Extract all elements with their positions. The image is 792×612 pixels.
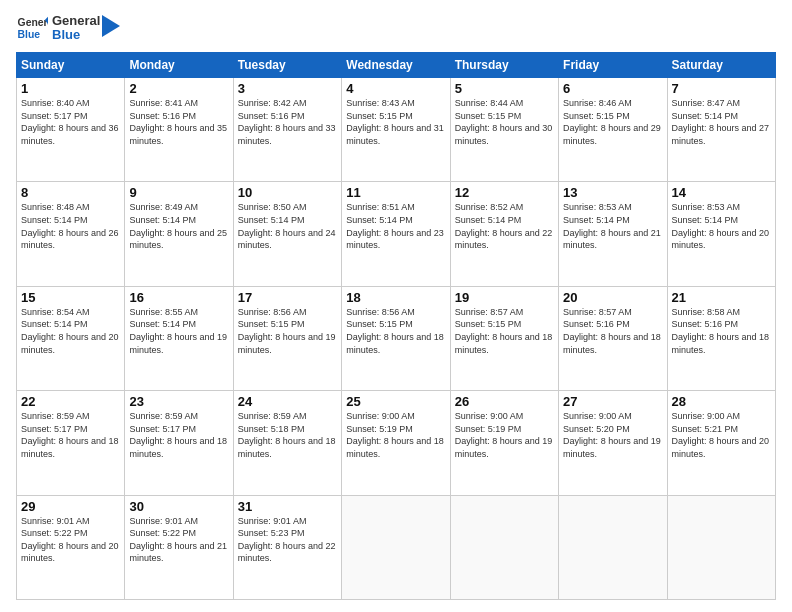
calendar-week-1: 1Sunrise: 8:40 AMSunset: 5:17 PMDaylight… xyxy=(17,78,776,182)
day-number: 16 xyxy=(129,290,228,305)
calendar-cell xyxy=(450,495,558,599)
day-info: Sunrise: 9:01 AMSunset: 5:22 PMDaylight:… xyxy=(21,515,120,565)
day-info: Sunrise: 8:59 AMSunset: 5:17 PMDaylight:… xyxy=(21,410,120,460)
svg-text:Blue: Blue xyxy=(18,29,41,40)
calendar-cell: 11Sunrise: 8:51 AMSunset: 5:14 PMDayligh… xyxy=(342,182,450,286)
day-number: 25 xyxy=(346,394,445,409)
day-number: 17 xyxy=(238,290,337,305)
calendar-cell: 21Sunrise: 8:58 AMSunset: 5:16 PMDayligh… xyxy=(667,286,775,390)
calendar-cell: 13Sunrise: 8:53 AMSunset: 5:14 PMDayligh… xyxy=(559,182,667,286)
day-number: 22 xyxy=(21,394,120,409)
calendar-cell: 1Sunrise: 8:40 AMSunset: 5:17 PMDaylight… xyxy=(17,78,125,182)
calendar-header-wednesday: Wednesday xyxy=(342,53,450,78)
day-info: Sunrise: 9:00 AMSunset: 5:21 PMDaylight:… xyxy=(672,410,771,460)
day-number: 24 xyxy=(238,394,337,409)
calendar-cell: 31Sunrise: 9:01 AMSunset: 5:23 PMDayligh… xyxy=(233,495,341,599)
calendar-cell: 18Sunrise: 8:56 AMSunset: 5:15 PMDayligh… xyxy=(342,286,450,390)
calendar-week-3: 15Sunrise: 8:54 AMSunset: 5:14 PMDayligh… xyxy=(17,286,776,390)
calendar-cell: 23Sunrise: 8:59 AMSunset: 5:17 PMDayligh… xyxy=(125,391,233,495)
calendar-cell xyxy=(342,495,450,599)
day-number: 13 xyxy=(563,185,662,200)
day-number: 19 xyxy=(455,290,554,305)
svg-marker-3 xyxy=(102,15,120,37)
day-info: Sunrise: 8:57 AMSunset: 5:16 PMDaylight:… xyxy=(563,306,662,356)
calendar-cell: 9Sunrise: 8:49 AMSunset: 5:14 PMDaylight… xyxy=(125,182,233,286)
calendar-cell: 16Sunrise: 8:55 AMSunset: 5:14 PMDayligh… xyxy=(125,286,233,390)
day-info: Sunrise: 8:40 AMSunset: 5:17 PMDaylight:… xyxy=(21,97,120,147)
day-info: Sunrise: 8:46 AMSunset: 5:15 PMDaylight:… xyxy=(563,97,662,147)
day-number: 11 xyxy=(346,185,445,200)
day-info: Sunrise: 8:56 AMSunset: 5:15 PMDaylight:… xyxy=(238,306,337,356)
calendar-cell: 25Sunrise: 9:00 AMSunset: 5:19 PMDayligh… xyxy=(342,391,450,495)
day-info: Sunrise: 8:43 AMSunset: 5:15 PMDaylight:… xyxy=(346,97,445,147)
day-number: 20 xyxy=(563,290,662,305)
day-number: 14 xyxy=(672,185,771,200)
calendar-cell: 19Sunrise: 8:57 AMSunset: 5:15 PMDayligh… xyxy=(450,286,558,390)
calendar-cell xyxy=(667,495,775,599)
day-number: 6 xyxy=(563,81,662,96)
calendar-cell xyxy=(559,495,667,599)
logo: General Blue General Blue xyxy=(16,12,120,44)
calendar-cell: 27Sunrise: 9:00 AMSunset: 5:20 PMDayligh… xyxy=(559,391,667,495)
day-number: 4 xyxy=(346,81,445,96)
calendar-cell: 4Sunrise: 8:43 AMSunset: 5:15 PMDaylight… xyxy=(342,78,450,182)
day-number: 30 xyxy=(129,499,228,514)
calendar-week-4: 22Sunrise: 8:59 AMSunset: 5:17 PMDayligh… xyxy=(17,391,776,495)
day-number: 10 xyxy=(238,185,337,200)
calendar-cell: 17Sunrise: 8:56 AMSunset: 5:15 PMDayligh… xyxy=(233,286,341,390)
calendar-header-row: SundayMondayTuesdayWednesdayThursdayFrid… xyxy=(17,53,776,78)
calendar-cell: 7Sunrise: 8:47 AMSunset: 5:14 PMDaylight… xyxy=(667,78,775,182)
day-number: 23 xyxy=(129,394,228,409)
day-number: 9 xyxy=(129,185,228,200)
logo-blue: Blue xyxy=(52,28,100,42)
day-info: Sunrise: 8:55 AMSunset: 5:14 PMDaylight:… xyxy=(129,306,228,356)
day-number: 5 xyxy=(455,81,554,96)
day-number: 12 xyxy=(455,185,554,200)
calendar-cell: 12Sunrise: 8:52 AMSunset: 5:14 PMDayligh… xyxy=(450,182,558,286)
day-number: 7 xyxy=(672,81,771,96)
day-number: 3 xyxy=(238,81,337,96)
calendar-cell: 10Sunrise: 8:50 AMSunset: 5:14 PMDayligh… xyxy=(233,182,341,286)
day-info: Sunrise: 8:54 AMSunset: 5:14 PMDaylight:… xyxy=(21,306,120,356)
day-info: Sunrise: 8:59 AMSunset: 5:17 PMDaylight:… xyxy=(129,410,228,460)
calendar-cell: 14Sunrise: 8:53 AMSunset: 5:14 PMDayligh… xyxy=(667,182,775,286)
day-info: Sunrise: 8:49 AMSunset: 5:14 PMDaylight:… xyxy=(129,201,228,251)
day-info: Sunrise: 8:57 AMSunset: 5:15 PMDaylight:… xyxy=(455,306,554,356)
calendar-header-tuesday: Tuesday xyxy=(233,53,341,78)
day-info: Sunrise: 8:47 AMSunset: 5:14 PMDaylight:… xyxy=(672,97,771,147)
day-number: 26 xyxy=(455,394,554,409)
day-info: Sunrise: 8:59 AMSunset: 5:18 PMDaylight:… xyxy=(238,410,337,460)
day-info: Sunrise: 9:00 AMSunset: 5:19 PMDaylight:… xyxy=(346,410,445,460)
day-info: Sunrise: 8:44 AMSunset: 5:15 PMDaylight:… xyxy=(455,97,554,147)
logo-arrow-icon xyxy=(102,15,120,37)
calendar-cell: 15Sunrise: 8:54 AMSunset: 5:14 PMDayligh… xyxy=(17,286,125,390)
calendar-cell: 6Sunrise: 8:46 AMSunset: 5:15 PMDaylight… xyxy=(559,78,667,182)
calendar-cell: 24Sunrise: 8:59 AMSunset: 5:18 PMDayligh… xyxy=(233,391,341,495)
day-info: Sunrise: 9:01 AMSunset: 5:23 PMDaylight:… xyxy=(238,515,337,565)
calendar-cell: 30Sunrise: 9:01 AMSunset: 5:22 PMDayligh… xyxy=(125,495,233,599)
day-number: 31 xyxy=(238,499,337,514)
page: General Blue General Blue SundayMondayTu… xyxy=(0,0,792,612)
day-info: Sunrise: 8:52 AMSunset: 5:14 PMDaylight:… xyxy=(455,201,554,251)
day-number: 21 xyxy=(672,290,771,305)
day-info: Sunrise: 9:01 AMSunset: 5:22 PMDaylight:… xyxy=(129,515,228,565)
day-number: 2 xyxy=(129,81,228,96)
day-info: Sunrise: 8:48 AMSunset: 5:14 PMDaylight:… xyxy=(21,201,120,251)
calendar-cell: 29Sunrise: 9:01 AMSunset: 5:22 PMDayligh… xyxy=(17,495,125,599)
calendar-header-thursday: Thursday xyxy=(450,53,558,78)
day-info: Sunrise: 8:41 AMSunset: 5:16 PMDaylight:… xyxy=(129,97,228,147)
calendar-cell: 20Sunrise: 8:57 AMSunset: 5:16 PMDayligh… xyxy=(559,286,667,390)
day-number: 1 xyxy=(21,81,120,96)
calendar-header-saturday: Saturday xyxy=(667,53,775,78)
svg-text:General: General xyxy=(18,17,48,28)
calendar-cell: 28Sunrise: 9:00 AMSunset: 5:21 PMDayligh… xyxy=(667,391,775,495)
day-number: 27 xyxy=(563,394,662,409)
day-info: Sunrise: 8:58 AMSunset: 5:16 PMDaylight:… xyxy=(672,306,771,356)
calendar-header-sunday: Sunday xyxy=(17,53,125,78)
calendar-week-5: 29Sunrise: 9:01 AMSunset: 5:22 PMDayligh… xyxy=(17,495,776,599)
calendar-header-monday: Monday xyxy=(125,53,233,78)
calendar-table: SundayMondayTuesdayWednesdayThursdayFrid… xyxy=(16,52,776,600)
day-number: 8 xyxy=(21,185,120,200)
day-info: Sunrise: 9:00 AMSunset: 5:20 PMDaylight:… xyxy=(563,410,662,460)
day-info: Sunrise: 8:42 AMSunset: 5:16 PMDaylight:… xyxy=(238,97,337,147)
